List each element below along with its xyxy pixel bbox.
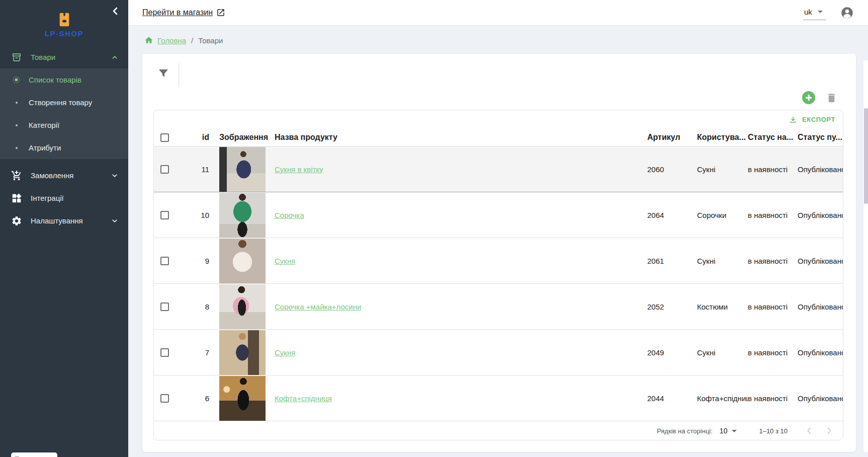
row-publish-status: Опубліковано bbox=[798, 257, 843, 265]
table-actions bbox=[802, 91, 837, 104]
rows-per-page-select[interactable]: 10 bbox=[720, 427, 737, 435]
row-id: 9 bbox=[178, 257, 219, 265]
topbar: Перейти в магазин uk bbox=[128, 0, 868, 26]
gear-icon bbox=[11, 215, 22, 226]
divider bbox=[179, 63, 179, 87]
breadcrumb: Головна / Товари bbox=[128, 26, 868, 45]
previous-page-button[interactable] bbox=[803, 424, 816, 437]
sidebar-item-products[interactable]: Товари bbox=[0, 46, 128, 68]
sidebar-item-settings[interactable]: Налаштування bbox=[0, 209, 128, 232]
table-row: 7 Сукня 2049 Сукні в наявності Опубліков… bbox=[154, 330, 843, 375]
column-header-image: Зображення bbox=[219, 133, 275, 142]
product-link[interactable]: Сорочка bbox=[275, 211, 304, 219]
row-checkbox[interactable] bbox=[160, 211, 169, 219]
language-select[interactable]: uk bbox=[803, 6, 826, 20]
product-link[interactable]: Сорочка +майка+лосини bbox=[275, 302, 361, 311]
box-icon bbox=[11, 52, 22, 63]
account-avatar[interactable] bbox=[840, 6, 854, 20]
scrollbar-thumb[interactable] bbox=[864, 108, 868, 204]
row-stock-status: в наявності bbox=[748, 165, 798, 174]
filter-button[interactable] bbox=[157, 67, 171, 82]
sidebar-item-label: Товари bbox=[31, 53, 110, 61]
sidebar-item-label: Інтеграції bbox=[31, 194, 119, 202]
row-checkbox[interactable] bbox=[160, 302, 169, 311]
table-row: 8 Сорочка +майка+лосини 2052 Костюми в н… bbox=[154, 284, 843, 330]
product-image[interactable] bbox=[219, 239, 266, 283]
go-to-store-link[interactable]: Перейти в магазин bbox=[142, 8, 225, 17]
rows-per-page-value: 10 bbox=[720, 427, 728, 435]
store-link-label: Перейти в магазин bbox=[142, 8, 213, 17]
row-publish-status: Опубліковано bbox=[798, 165, 843, 174]
sidebar-nav: Товари Список товарів Створення товару К… bbox=[0, 46, 128, 232]
shopping-bag-logo-icon bbox=[56, 12, 72, 28]
sidebar-item-label: Категорії bbox=[29, 121, 59, 129]
row-publish-status: Опубліковано bbox=[798, 394, 843, 403]
sidebar-item-label: Замовлення bbox=[31, 171, 110, 180]
sidebar-collapse-button[interactable] bbox=[109, 5, 121, 17]
row-checkbox[interactable] bbox=[160, 394, 169, 403]
bullet-icon bbox=[16, 124, 18, 126]
sidebar-item-product-list[interactable]: Список товарів bbox=[0, 68, 128, 91]
sidebar-item-categories[interactable]: Категорії bbox=[0, 114, 128, 136]
add-product-button[interactable] bbox=[802, 91, 815, 104]
row-sku: 2064 bbox=[647, 211, 697, 219]
next-page-button[interactable] bbox=[823, 424, 836, 437]
table-row: 10 Сорочка 2064 Сорочки в наявності Опуб… bbox=[154, 192, 843, 238]
row-id: 11 bbox=[178, 165, 219, 174]
chevron-down-icon bbox=[110, 216, 119, 225]
column-header-sku: Артикул bbox=[647, 133, 697, 142]
download-icon bbox=[789, 115, 798, 124]
sidebar-item-orders[interactable]: Замовлення bbox=[0, 164, 128, 187]
row-sku: 2052 bbox=[647, 302, 697, 311]
row-stock-status: в наявності bbox=[748, 257, 798, 265]
row-id: 10 bbox=[178, 211, 219, 219]
products-submenu: Список товарів Створення товару Категорі… bbox=[0, 68, 128, 159]
row-category: Сорочки bbox=[697, 211, 748, 219]
product-image[interactable] bbox=[219, 147, 266, 192]
caret-down-icon bbox=[818, 11, 823, 13]
content-paper: ЕКСПОРТ id Зображення Назва продукту Арт… bbox=[142, 54, 856, 452]
product-image[interactable] bbox=[219, 284, 266, 329]
delete-icon[interactable] bbox=[826, 92, 837, 104]
export-bar: ЕКСПОРТ bbox=[154, 110, 843, 129]
product-image[interactable] bbox=[219, 193, 266, 238]
sidebar-item-label: Створення товару bbox=[29, 98, 92, 107]
column-header-id: id bbox=[178, 133, 219, 142]
bottom-left-popup[interactable] bbox=[11, 452, 57, 457]
home-icon bbox=[144, 36, 153, 45]
logo-text: LP-SHOP bbox=[45, 29, 83, 38]
product-image[interactable] bbox=[219, 376, 266, 421]
row-id: 6 bbox=[178, 394, 219, 403]
sidebar-item-integrations[interactable]: Інтеграції bbox=[0, 187, 128, 209]
scrollbar[interactable] bbox=[863, 60, 868, 452]
product-link[interactable]: Сукня bbox=[275, 348, 295, 357]
column-header-publish: Статус пу... bbox=[798, 133, 843, 142]
table-header-row: id Зображення Назва продукту Артикул Кор… bbox=[154, 129, 843, 146]
row-id: 7 bbox=[178, 348, 219, 357]
row-checkbox[interactable] bbox=[160, 257, 169, 265]
row-checkbox[interactable] bbox=[160, 348, 169, 357]
row-sku: 2044 bbox=[647, 394, 697, 403]
external-link-icon bbox=[216, 8, 225, 17]
export-label: ЕКСПОРТ bbox=[802, 116, 835, 123]
product-link[interactable]: Сукня bbox=[275, 257, 295, 265]
export-button[interactable]: ЕКСПОРТ bbox=[789, 115, 835, 124]
product-link[interactable]: Сукня в квітку bbox=[275, 165, 323, 174]
table-row: 11 Сукня в квітку 2060 Сукні в наявності… bbox=[154, 146, 843, 192]
product-image[interactable] bbox=[219, 330, 266, 375]
products-table-card: ЕКСПОРТ id Зображення Назва продукту Арт… bbox=[153, 110, 843, 440]
row-checkbox[interactable] bbox=[160, 165, 169, 174]
pagination: Рядків на сторінці: 10 1–10 з 10 bbox=[154, 421, 843, 440]
sidebar-item-create-product[interactable]: Створення товару bbox=[0, 91, 128, 114]
row-stock-status: в наявності bbox=[748, 211, 798, 219]
select-all-checkbox[interactable] bbox=[160, 133, 169, 142]
breadcrumb-home-link[interactable]: Головна bbox=[157, 36, 186, 45]
product-link[interactable]: Кофта+спідниця bbox=[275, 394, 332, 403]
table-row: 9 Сукня 2061 Сукні в наявності Опубліков… bbox=[154, 238, 843, 284]
row-sku: 2049 bbox=[647, 348, 697, 357]
row-category: Кофта+спідниц bbox=[697, 394, 748, 403]
table-row: 6 Кофта+спідниця 2044 Кофта+спідниц в на… bbox=[154, 375, 843, 421]
sidebar: LP-SHOP Товари Список товарі bbox=[0, 0, 128, 457]
sidebar-item-label: Атрибути bbox=[29, 143, 61, 152]
sidebar-item-attributes[interactable]: Атрибути bbox=[0, 136, 128, 159]
